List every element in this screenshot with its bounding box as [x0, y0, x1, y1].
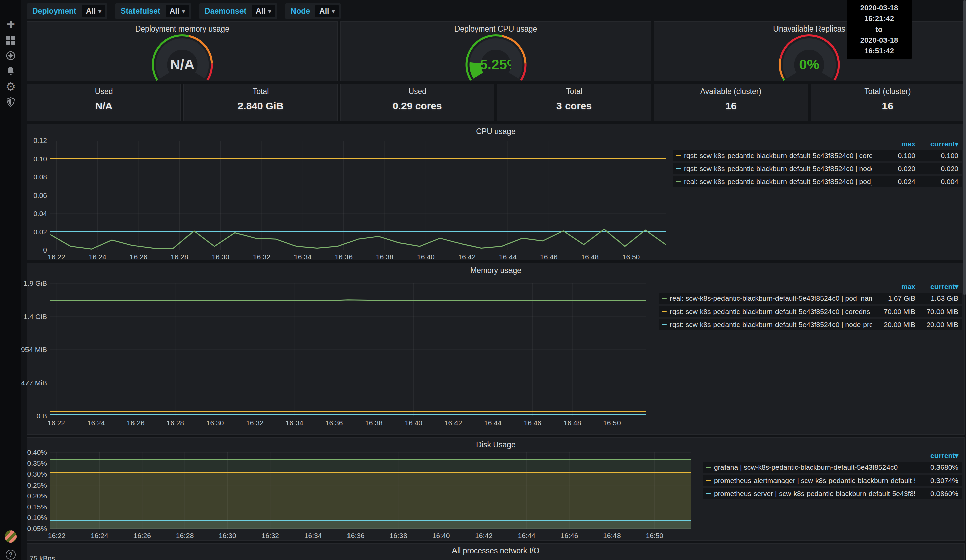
series-color-swatch	[676, 168, 681, 169]
x-axis-tick: 16:46	[534, 253, 564, 261]
chevron-down-icon: ▾	[182, 8, 185, 15]
legend-current-value: 0.020	[915, 165, 958, 173]
panel-total-cluster: Total (cluster) 16	[811, 84, 964, 122]
time-range-tooltip: 2020-03-18 16:21:42 to 2020-03-18 16:51:…	[846, 0, 912, 59]
variable-deployment[interactable]: Deployment All▾	[27, 3, 107, 19]
variable-node[interactable]: Node All▾	[286, 3, 341, 19]
legend-item[interactable]: rqst: scw-k8s-pedantic-blackburn-default…	[659, 306, 962, 317]
x-axis-tick: 16:28	[170, 532, 200, 540]
legend-item[interactable]: prometheus-server | scw-k8s-pedantic-bla…	[703, 488, 962, 499]
shield-icon	[7, 97, 15, 107]
alerting-icon[interactable]	[0, 63, 21, 79]
variable-dropdown[interactable]: All▾	[251, 5, 275, 17]
legend-max-value: 0.020	[872, 165, 915, 173]
panel-deployment-memory-usage: Deployment memory usage N/A	[27, 21, 338, 81]
x-axis-tick: 16:46	[554, 532, 584, 540]
legend-sort-current[interactable]: current▾	[915, 452, 958, 460]
variable-label: Node	[286, 5, 315, 17]
new-icon[interactable]: ✚	[0, 17, 21, 33]
x-axis-tick: 16:24	[84, 532, 114, 540]
legend: current▾grafana | scw-k8s-pedantic-black…	[703, 451, 962, 501]
help-icon[interactable]: ?	[0, 547, 21, 560]
panel-title[interactable]: Total	[184, 84, 337, 96]
panel-cpu-usage: CPU usage 0.120.100.080.060.040.02016:22…	[27, 124, 964, 260]
variable-statefulset[interactable]: Statefulset All▾	[115, 3, 191, 19]
explore-icon[interactable]	[0, 48, 21, 64]
chevron-down-icon: ▾	[268, 8, 271, 15]
legend-current-value: 0.3680%	[915, 463, 958, 471]
legend-item[interactable]: prometheus-alertmanager | scw-k8s-pedant…	[703, 475, 962, 486]
series-color-swatch	[706, 493, 711, 494]
x-axis-tick: 16:40	[399, 419, 429, 427]
gear-icon: ⚙	[6, 81, 16, 92]
x-axis-tick: 16:32	[240, 419, 270, 427]
x-axis-tick: 16:30	[200, 419, 230, 427]
panel-title[interactable]: Memory usage	[27, 263, 964, 275]
x-axis-tick: 16:50	[597, 419, 627, 427]
x-axis-tick: 16:44	[493, 253, 523, 261]
panel-title[interactable]: Used	[27, 84, 181, 96]
legend-max-value: 0.024	[872, 178, 915, 186]
x-axis-tick: 16:36	[340, 532, 371, 540]
configuration-icon[interactable]: ⚙	[0, 79, 21, 95]
x-axis-tick: 16:22	[41, 419, 71, 427]
x-axis-tick: 16:44	[478, 419, 508, 427]
legend: maxcurrent▾real: scw-k8s-pedantic-blackb…	[659, 282, 962, 332]
legend-max-value: 70.00 MiB	[872, 307, 915, 315]
x-axis-tick: 16:22	[41, 532, 72, 540]
x-axis-tick: 16:40	[426, 532, 456, 540]
panel-memory-total: Total 2.840 GiB	[184, 84, 337, 122]
panel-title[interactable]: CPU usage	[27, 125, 964, 136]
legend-item[interactable]: real: scw-k8s-pedantic-blackburn-default…	[659, 293, 962, 304]
panel-title[interactable]: Disk Usage	[27, 438, 964, 449]
x-axis-tick: 16:28	[160, 419, 191, 427]
stat-value: 16	[811, 100, 964, 112]
panel-title[interactable]: Used	[341, 84, 494, 96]
panel-disk-usage: Disk Usage 0.40%0.35%0.30%0.25%0.20%0.15…	[27, 437, 964, 540]
panel-title[interactable]: Total	[498, 84, 651, 96]
bell-icon	[7, 66, 15, 76]
series-color-swatch	[662, 324, 667, 325]
scrollbar-thumb[interactable]	[963, 0, 966, 295]
panel-cpu-used: Used 0.29 cores	[340, 84, 495, 122]
panel-title[interactable]: Available (cluster)	[654, 84, 807, 96]
legend-sort-max[interactable]: max	[872, 282, 915, 291]
legend-item[interactable]: real: scw-k8s-pedantic-blackburn-default…	[673, 176, 962, 187]
legend-current-value: 20.00 MiB	[915, 320, 958, 328]
x-axis-tick: 16:42	[452, 253, 482, 261]
x-axis-tick: 16:34	[298, 532, 328, 540]
sidebar: ✚ ⚙ ?	[0, 0, 21, 560]
variable-dropdown[interactable]: All▾	[82, 5, 105, 17]
x-axis-tick: 16:32	[246, 253, 277, 261]
variable-dropdown[interactable]: All▾	[166, 5, 189, 17]
x-axis-tick: 16:22	[41, 253, 71, 261]
legend-current-value: 70.00 MiB	[915, 307, 958, 315]
variable-dropdown[interactable]: All▾	[315, 5, 339, 17]
x-axis-tick: 16:44	[511, 532, 542, 540]
x-axis-tick: 16:34	[288, 253, 318, 261]
stat-value: 3 cores	[498, 100, 651, 112]
panel-title[interactable]: All processes network I/O	[27, 544, 964, 555]
legend-item[interactable]: rqst: scw-k8s-pedantic-blackburn-default…	[673, 163, 962, 174]
stat-value: 16	[654, 100, 807, 112]
panel-title[interactable]: Total (cluster)	[811, 84, 964, 96]
legend-item[interactable]: rqst: scw-k8s-pedantic-blackburn-default…	[659, 319, 962, 330]
panel-memory-used: Used N/A	[27, 84, 181, 122]
legend-sort-current[interactable]: current▾	[915, 140, 958, 148]
stat-value: N/A	[27, 100, 181, 112]
chevron-down-icon: ▾	[332, 8, 335, 15]
avatar[interactable]	[5, 530, 17, 543]
legend-sort-max[interactable]: max	[872, 140, 915, 148]
legend-item[interactable]: rqst: scw-k8s-pedantic-blackburn-default…	[673, 150, 962, 161]
admin-icon[interactable]	[0, 94, 21, 110]
time-from: 2020-03-18 16:21:42	[849, 3, 910, 24]
x-axis-tick: 16:32	[255, 532, 286, 540]
dashboards-icon[interactable]	[0, 32, 21, 48]
legend-sort-current[interactable]: current▾	[915, 282, 958, 291]
panel-deployment-cpu-usage: Deployment CPU usage 15.25%	[340, 21, 651, 81]
variable-daemonset[interactable]: Daemonset All▾	[199, 3, 277, 19]
x-axis-tick: 16:46	[518, 419, 548, 427]
legend-item[interactable]: grafana | scw-k8s-pedantic-blackburn-def…	[703, 462, 962, 473]
legend-current-value: 0.0860%	[915, 489, 958, 498]
x-axis-tick: 16:42	[438, 419, 468, 427]
